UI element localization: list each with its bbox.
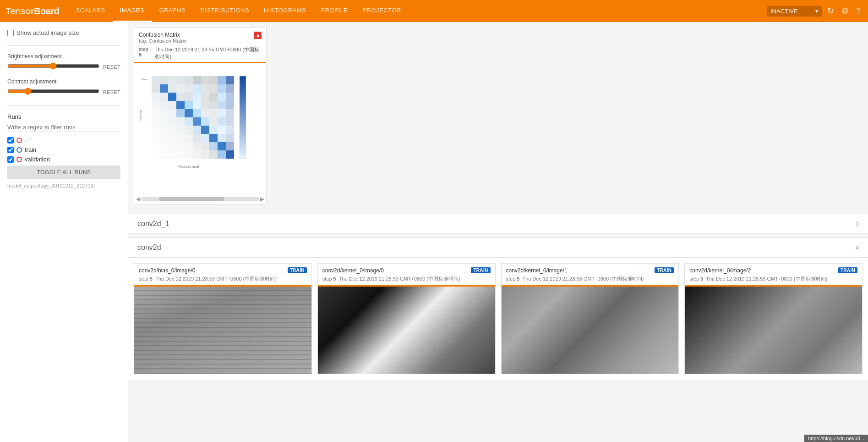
svg-rect-26 bbox=[201, 93, 209, 101]
help-button[interactable]: ? bbox=[854, 5, 863, 18]
status-bar: https://blog.csdn.net/u0... bbox=[804, 435, 868, 442]
svg-rect-93 bbox=[176, 150, 185, 159]
svg-rect-51 bbox=[160, 117, 168, 126]
nav-images[interactable]: IMAGES bbox=[113, 0, 152, 22]
conv2d-bias-card: conv2d/bias_0/image/0 train step 5 Thu D… bbox=[134, 263, 312, 374]
conv2d-card-grid: conv2d/bias_0/image/0 train step 5 Thu D… bbox=[128, 258, 868, 380]
svg-rect-59 bbox=[226, 117, 234, 126]
run-dot-indicator bbox=[16, 138, 22, 143]
svg-rect-38 bbox=[218, 101, 226, 109]
svg-rect-53 bbox=[176, 117, 185, 126]
svg-rect-80 bbox=[152, 142, 160, 150]
svg-rect-48 bbox=[218, 109, 226, 117]
svg-rect-17 bbox=[209, 84, 218, 93]
nav-scalars[interactable]: SCALARS bbox=[69, 0, 113, 22]
conv2d-1-section-header: conv2d_1 1 bbox=[128, 214, 868, 234]
confusion-matrix-card-area: Confusion Matrix tag: Confusion Matrix ■… bbox=[128, 22, 868, 210]
svg-rect-43 bbox=[176, 109, 185, 117]
svg-rect-78 bbox=[218, 134, 226, 142]
svg-rect-10 bbox=[152, 84, 160, 93]
svg-rect-41 bbox=[160, 109, 168, 117]
scroll-thumb[interactable] bbox=[159, 197, 224, 201]
runs-filter-input[interactable] bbox=[7, 123, 120, 132]
svg-rect-3 bbox=[176, 76, 185, 84]
svg-rect-81 bbox=[160, 142, 168, 150]
svg-rect-13 bbox=[176, 84, 185, 93]
settings-button[interactable]: ⚙ bbox=[840, 4, 851, 18]
nav-distributions[interactable]: DISTRIBUTIONS bbox=[193, 0, 257, 22]
svg-rect-32 bbox=[168, 101, 176, 109]
svg-rect-86 bbox=[201, 142, 209, 150]
confusion-matrix-timestamp: Thu Dec 12 2019 21:28:55 GMT+0800 (中国标准时… bbox=[154, 46, 262, 60]
svg-rect-98 bbox=[218, 150, 226, 159]
svg-rect-35 bbox=[193, 101, 201, 109]
show-image-size-checkbox[interactable] bbox=[7, 30, 14, 36]
svg-rect-83 bbox=[176, 142, 185, 150]
topnav: TensorBoard SCALARS IMAGES GRAPHS DISTRI… bbox=[0, 0, 868, 22]
contrast-reset-button[interactable]: RESET bbox=[103, 89, 120, 95]
svg-rect-57 bbox=[209, 117, 218, 126]
svg-rect-11 bbox=[160, 84, 168, 93]
conv2d-kernel0-image bbox=[318, 287, 495, 374]
toggle-all-runs-button[interactable]: TOGGLE ALL RUNS bbox=[7, 166, 120, 179]
conv2d-kernel2-title: conv2d/kernel_0/image/2 bbox=[689, 267, 751, 274]
svg-rect-62 bbox=[168, 126, 176, 134]
brightness-slider-row: RESET bbox=[7, 62, 120, 71]
refresh-button[interactable]: ↻ bbox=[825, 4, 836, 18]
nav-profile[interactable]: PROFILE bbox=[313, 0, 355, 22]
svg-rect-5 bbox=[193, 76, 201, 84]
svg-rect-4 bbox=[185, 76, 193, 84]
sidebar: Show actual image size Brightness adjust… bbox=[0, 22, 128, 442]
conv2d-title: conv2d bbox=[137, 243, 161, 252]
nav-graphs[interactable]: GRAPHS bbox=[152, 0, 193, 22]
run-item-train: train bbox=[7, 146, 120, 153]
confusion-matrix-card: Confusion Matrix tag: Confusion Matrix ■… bbox=[134, 28, 267, 204]
conv2d-bias-badge: train bbox=[288, 267, 307, 273]
svg-rect-90 bbox=[152, 150, 160, 159]
scroll-left-arrow[interactable]: ◀ bbox=[136, 196, 140, 202]
svg-rect-63 bbox=[176, 126, 185, 134]
svg-rect-99 bbox=[226, 150, 234, 159]
svg-rect-79 bbox=[226, 134, 234, 142]
svg-rect-47 bbox=[209, 109, 218, 117]
conv2d-kernel2-card: conv2d/kernel_0/image/2 train step 5 Thu… bbox=[684, 263, 863, 374]
svg-rect-97 bbox=[209, 150, 218, 159]
brightness-reset-button[interactable]: RESET bbox=[103, 64, 120, 70]
svg-rect-52 bbox=[168, 117, 176, 126]
svg-rect-39 bbox=[226, 101, 234, 109]
contrast-slider[interactable] bbox=[7, 88, 99, 95]
nav-histograms[interactable]: HISTOGRAMS bbox=[257, 0, 313, 22]
svg-rect-34 bbox=[185, 101, 193, 109]
svg-rect-31 bbox=[160, 101, 168, 109]
status-select[interactable]: INACTIVE ACTIVE bbox=[767, 6, 822, 17]
svg-rect-22 bbox=[168, 93, 176, 101]
svg-rect-1 bbox=[160, 76, 168, 84]
svg-rect-46 bbox=[201, 109, 209, 117]
nav-projector[interactable]: PROJECTOR bbox=[355, 0, 408, 22]
conv2d-kernel2-badge: train bbox=[838, 267, 857, 273]
run-train-indicator bbox=[16, 147, 22, 153]
scroll-right-arrow[interactable]: ▶ bbox=[260, 196, 264, 202]
run-item-validation: validation bbox=[7, 156, 120, 163]
nav-right: INACTIVE ACTIVE ▼ ↻ ⚙ ? bbox=[767, 4, 863, 18]
brightness-slider[interactable] bbox=[7, 62, 99, 70]
run-train-checkbox[interactable] bbox=[7, 147, 14, 153]
contrast-section: Contrast adjustment RESET bbox=[7, 78, 120, 96]
run-validation-label: validation bbox=[25, 156, 50, 163]
run-validation-checkbox[interactable] bbox=[7, 156, 14, 163]
show-image-size-label: Show actual image size bbox=[16, 29, 79, 36]
svg-rect-84 bbox=[185, 142, 193, 150]
svg-rect-96 bbox=[201, 150, 209, 159]
confusion-matrix-svg: Train True label Predicted label bbox=[138, 67, 257, 191]
card-close-button[interactable]: ■ bbox=[254, 32, 262, 39]
conv2d-kernel0-header: conv2d/kernel_0/image/0 train bbox=[318, 264, 495, 276]
conv2d-bias-meta: step 5 Thu Dec 12 2019 21:28:53 GMT+0800… bbox=[134, 276, 311, 285]
run-dot-checkbox[interactable] bbox=[7, 137, 14, 144]
svg-rect-21 bbox=[160, 93, 168, 101]
conv2d-kernel2-image bbox=[685, 287, 862, 374]
conv2d-kernel1-title: conv2d/kernel_0/image/1 bbox=[506, 267, 568, 274]
svg-rect-30 bbox=[152, 101, 160, 109]
svg-rect-42 bbox=[168, 109, 176, 117]
svg-rect-66 bbox=[201, 126, 209, 134]
conv2d-kernel0-card: conv2d/kernel_0/image/0 train step 5 Thu… bbox=[317, 263, 496, 374]
